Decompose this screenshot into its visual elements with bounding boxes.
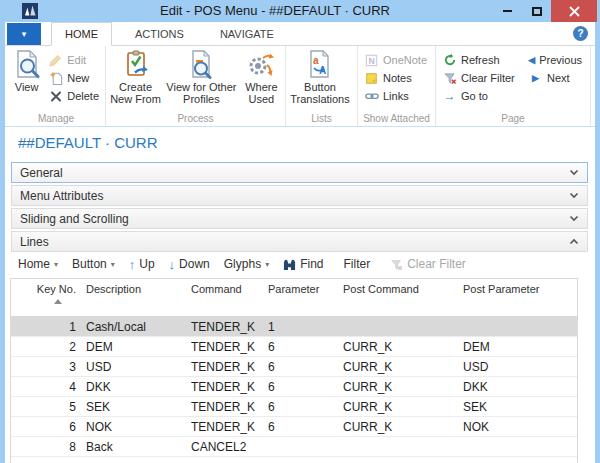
toolbar-find-button[interactable]: Find xyxy=(283,257,323,271)
view-for-other-profiles-button[interactable]: View for Other Profiles xyxy=(163,46,240,105)
table-row[interactable]: 2 DEM TENDER_K 6 CURR_K DEM xyxy=(11,337,577,357)
window-title: Edit - POS Menu - ##DEFAULT · CURR xyxy=(60,3,490,18)
fasttab-general[interactable]: General xyxy=(11,162,588,183)
sort-ascending-icon xyxy=(54,299,62,304)
minimize-button[interactable] xyxy=(493,0,522,22)
fasttab-lines[interactable]: Lines xyxy=(11,231,588,252)
fasttab-sliding-and-scrolling[interactable]: Sliding and Scrolling xyxy=(11,208,588,229)
notes-button[interactable]: Notes xyxy=(360,69,431,87)
onenote-button-label: OneNote xyxy=(383,54,427,66)
links-button-label: Links xyxy=(383,90,409,102)
where-used-label: Where Used xyxy=(240,81,283,105)
toolbar-find-label: Find xyxy=(300,257,323,271)
chevron-down-icon xyxy=(569,192,579,199)
go-to-button[interactable]: → Go to xyxy=(438,87,524,105)
toolbar-glyphs-menu[interactable]: Glyphs ▾ xyxy=(224,257,269,271)
toolbar-down-button[interactable]: ↓ Down xyxy=(169,257,210,272)
toolbar-clear-filter-button[interactable]: Clear Filter xyxy=(390,257,466,271)
table-row[interactable]: 5 SEK TENDER_K 6 CURR_K SEK xyxy=(11,397,577,417)
cell-key-no: 4 xyxy=(11,380,81,394)
new-button-label: New xyxy=(67,72,89,84)
find-binoculars-icon xyxy=(283,258,296,271)
fasttab-menu-attributes[interactable]: Menu Attributes xyxy=(11,185,588,206)
table-row[interactable]: 8 Back CANCEL2 xyxy=(11,437,577,457)
column-header-post-parameter[interactable]: Post Parameter xyxy=(458,279,577,316)
edit-button[interactable]: Edit xyxy=(44,51,103,69)
ribbon-tab-row: ▾ HOME ACTIONS NAVIGATE ? xyxy=(5,22,595,46)
toolbar-up-button[interactable]: ↑ Up xyxy=(129,257,155,272)
delete-button[interactable]: Delete xyxy=(44,87,103,105)
cell-parameter: 1 xyxy=(263,320,338,334)
ribbon-group-show-attached: N OneNote No xyxy=(358,46,436,126)
column-header-key-no[interactable]: Key No. xyxy=(11,279,81,316)
column-header-label: Key No. xyxy=(37,283,76,296)
toolbar-home-menu[interactable]: Home ▾ xyxy=(18,257,58,271)
cell-key-no: 6 xyxy=(11,420,81,434)
table-row[interactable]: 3 USD TENDER_K 6 CURR_K USD xyxy=(11,357,577,377)
notes-button-label: Notes xyxy=(383,72,412,84)
ribbon-group-manage: View Edit xyxy=(7,46,106,126)
refresh-button[interactable]: Refresh xyxy=(438,51,524,69)
ribbon-group-caption: Page xyxy=(438,113,588,126)
close-button[interactable] xyxy=(551,0,597,22)
ribbon-group-caption: Process xyxy=(108,113,283,126)
create-new-from-button[interactable]: Create New From xyxy=(108,46,163,105)
column-header-parameter[interactable]: Parameter xyxy=(263,279,338,316)
column-header-command[interactable]: Command xyxy=(186,279,263,316)
cell-key-no: 2 xyxy=(11,340,81,354)
ribbon-group-process: Create New From View for Other Profiles xyxy=(106,46,286,126)
table-row[interactable]: 6 NOK TENDER_K 6 CURR_K NOK xyxy=(11,417,577,437)
cell-parameter: 6 xyxy=(263,380,338,394)
cell-post-parameter: NOK xyxy=(458,420,577,434)
previous-button[interactable]: ◀ Previous xyxy=(524,51,586,69)
view-button[interactable]: View xyxy=(9,46,44,93)
table-row[interactable]: 1 Cash/Local TENDER_K 1 xyxy=(11,317,577,337)
window-content: ▾ HOME ACTIONS NAVIGATE ? xyxy=(5,22,595,463)
tab-navigate[interactable]: NAVIGATE xyxy=(207,22,287,45)
title-bar: Edit - POS Menu - ##DEFAULT · CURR xyxy=(0,0,600,22)
toolbar-filter-button[interactable]: Filter xyxy=(344,257,371,271)
svg-text:N: N xyxy=(368,55,374,65)
cell-command: TENDER_K xyxy=(186,320,263,334)
refresh-icon xyxy=(442,53,457,68)
new-button[interactable]: New xyxy=(44,69,103,87)
toolbar-up-label: Up xyxy=(139,257,154,271)
close-icon xyxy=(569,6,580,17)
tab-home[interactable]: HOME xyxy=(51,22,112,46)
application-menu-button[interactable]: ▾ xyxy=(7,23,41,45)
create-new-from-label: Create New From xyxy=(108,81,163,105)
button-translations-button[interactable]: a A Button Translations xyxy=(288,46,352,105)
fasttab-menu-attributes-label: Menu Attributes xyxy=(20,189,103,203)
dynamics-nav-logo-icon xyxy=(22,3,38,19)
help-button[interactable]: ? xyxy=(573,26,588,41)
maximize-button[interactable] xyxy=(522,0,551,22)
onenote-button[interactable]: N OneNote xyxy=(360,51,431,69)
cell-post-parameter: DEM xyxy=(458,340,577,354)
chevron-down-icon: ▾ xyxy=(54,260,58,269)
note-icon xyxy=(364,71,379,86)
document-search-icon xyxy=(186,49,216,79)
view-button-label: View xyxy=(15,81,39,93)
column-header-post-command[interactable]: Post Command xyxy=(338,279,458,316)
clear-filter-button[interactable]: Clear Filter xyxy=(438,69,524,87)
next-button[interactable]: ▶ Next xyxy=(524,69,586,87)
chevron-down-icon xyxy=(569,215,579,222)
fasttab-general-label: General xyxy=(20,166,63,180)
toolbar-button-menu[interactable]: Button ▾ xyxy=(72,257,115,271)
clear-filter-icon xyxy=(390,258,403,271)
tab-actions[interactable]: ACTIONS xyxy=(122,22,197,45)
cell-key-no: 5 xyxy=(11,400,81,414)
toolbar-glyphs-label: Glyphs xyxy=(224,257,261,271)
cell-description: DKK xyxy=(81,380,186,394)
column-header-description[interactable]: Description xyxy=(81,279,186,316)
where-used-button[interactable]: Where Used xyxy=(240,46,283,105)
table-row[interactable]: 4 DKK TENDER_K 6 CURR_K DKK xyxy=(11,377,577,397)
cell-command: TENDER_K xyxy=(186,400,263,414)
cell-command: TENDER_K xyxy=(186,420,263,434)
links-button[interactable]: Links xyxy=(360,87,431,105)
clipboard-check-icon xyxy=(121,49,151,79)
chevron-up-icon xyxy=(569,238,579,245)
ribbon-group-caption: Lists xyxy=(288,113,355,126)
cell-parameter: 6 xyxy=(263,360,338,374)
cell-description: NOK xyxy=(81,420,186,434)
